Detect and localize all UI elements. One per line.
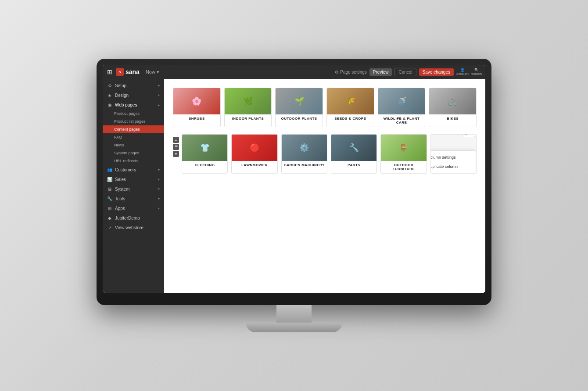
sidebar-item-system[interactable]: 🖥 System ▾ xyxy=(103,184,164,194)
submenu-product-pages[interactable]: Product pages xyxy=(103,110,164,117)
sidebar-item-apps[interactable]: ⊞ Apps ▾ xyxy=(103,203,164,213)
indoor-plants-image: 🌿 xyxy=(225,88,272,114)
product-card-clothing[interactable]: 👕 CLOTHING xyxy=(182,134,228,174)
page-settings-button[interactable]: ⚙ Page settings xyxy=(335,70,367,75)
search-button[interactable]: 🔍 search xyxy=(471,68,482,76)
product-card-outdoor-furniture[interactable]: 🪑 OUTDOOR FURNITURE xyxy=(380,134,427,174)
bikes-label: BIKES xyxy=(429,114,476,123)
submenu-content-pages[interactable]: Content pages xyxy=(103,125,164,133)
product-card-garden-machinery[interactable]: ⚙️ GARDEN MACHINERY xyxy=(281,134,327,174)
product-card-parts[interactable]: 🔧 PARTS xyxy=(331,134,377,174)
sidebar-item-setup[interactable]: ⚙ Setup ▾ xyxy=(103,81,164,90)
product-card-indoor-plants[interactable]: 🌿 INDOOR PLANTS xyxy=(224,88,272,127)
context-menu-delete-column[interactable]: 🗑️ Delete column xyxy=(430,171,476,174)
parts-image: 🔧 xyxy=(331,135,376,161)
now-chevron: ▾ xyxy=(157,69,159,75)
sidebar-label-design: Design xyxy=(115,93,129,98)
preview-button[interactable]: Preview xyxy=(369,68,392,76)
sidebar-label-apps: Apps xyxy=(115,206,125,211)
product-card-lawnmower[interactable]: 🔴 LAWNMOWER xyxy=(231,134,277,174)
sidebar-label-customers: Customers xyxy=(115,167,136,172)
grid-icon[interactable]: ⊞ xyxy=(106,68,113,76)
outdoor-furniture-image: 🪑 xyxy=(381,135,426,161)
product-card-shrubs[interactable]: 🌸 SHRUBS xyxy=(173,88,221,127)
bikes-image: 🚲 xyxy=(429,88,476,114)
chevron-apps: ▾ xyxy=(158,206,160,210)
column-settings-label: Column settings xyxy=(430,155,456,160)
chevron-system: ▾ xyxy=(158,187,160,191)
shrubs-image: 🌸 xyxy=(173,88,220,114)
seeds-crops-label: SEEDS & CROPS xyxy=(327,114,374,123)
sidebar-label-tools: Tools xyxy=(115,196,125,201)
jupiter-icon: ◆ xyxy=(107,215,112,220)
col-settings-gear-button[interactable]: ⚙ xyxy=(464,134,468,136)
submenu-news[interactable]: News xyxy=(103,141,164,149)
submenu-faq[interactable]: FAQ xyxy=(103,133,164,141)
now-button[interactable]: Now ▾ xyxy=(146,69,159,75)
parts-label: PARTS xyxy=(331,161,376,169)
duplicate-column-label: Duplicate column xyxy=(430,164,458,169)
outdoor-furniture-label: OUTDOOR FURNITURE xyxy=(381,161,426,173)
customers-icon: 👥 xyxy=(107,167,112,172)
context-menu-column-settings[interactable]: ✏️ Column settings xyxy=(430,153,476,162)
row-controls: ▴ ☰ ▾ xyxy=(173,134,179,157)
product-card-wildlife[interactable]: 🚿 WILDLIFE & PLANT CARE xyxy=(378,88,426,127)
submenu-product-list-pages[interactable]: Product list pages xyxy=(103,117,164,125)
web-pages-icon: ◉ xyxy=(107,102,112,107)
lawnmower-image: 🔴 xyxy=(232,135,277,161)
sana-logo-icon: s xyxy=(116,68,124,76)
row-down-button[interactable]: ▾ xyxy=(173,151,179,157)
sidebar-item-view-webstore[interactable]: ↗ View webstore xyxy=(103,223,164,232)
product-card-empty[interactable]: ⚙ ✏ ✏️ Column settings xyxy=(430,134,477,174)
submenu-system-pages[interactable]: System pages xyxy=(103,149,164,157)
sidebar-item-design[interactable]: ◈ Design ▾ xyxy=(103,90,164,100)
cancel-button[interactable]: Cancel xyxy=(394,68,416,76)
chevron-design: ▾ xyxy=(158,93,160,97)
outdoor-plants-label: OUTDOOR PLANTS xyxy=(276,114,323,123)
garden-machinery-label: GARDEN MACHINERY xyxy=(282,161,327,169)
product-card-outdoor-plants[interactable]: 🌱 OUTDOOR PLANTS xyxy=(275,88,323,127)
indoor-plants-label: INDOOR PLANTS xyxy=(225,114,272,123)
top-bar: ⊞ s sana Now ▾ ⚙ Page settings xyxy=(103,65,485,79)
sidebar-item-jupiter-demo[interactable]: ◆ JupiterDemo xyxy=(103,213,164,223)
sidebar-label-view-webstore: View webstore xyxy=(115,225,143,230)
row-up-button[interactable]: ▴ xyxy=(173,137,179,143)
now-label: Now xyxy=(146,69,155,75)
row2-wrapper: ▴ ☰ ▾ 👕 CLOTHING xyxy=(173,134,477,174)
sidebar-label-system: System xyxy=(115,187,129,192)
logo: s sana xyxy=(116,68,140,76)
sidebar-item-sales[interactable]: 📊 Sales ▾ xyxy=(103,174,164,184)
sidebar-item-web-pages[interactable]: ◉ Web pages ▴ xyxy=(103,100,164,110)
product-grid-row1: 🌸 SHRUBS 🌿 INDOOR PLANTS 🌱 OUTDOOR PLANT… xyxy=(173,88,477,127)
product-card-seeds-crops[interactable]: 🌾 SEEDS & CROPS xyxy=(326,88,374,127)
gear-icon: ⚙ xyxy=(335,70,339,75)
tools-icon: 🔧 xyxy=(107,196,112,201)
chevron-setup: ▾ xyxy=(158,84,160,88)
chevron-tools: ▾ xyxy=(158,197,160,201)
search-label: search xyxy=(471,72,482,76)
monitor-stand-base xyxy=(246,323,342,332)
account-label: account xyxy=(456,72,469,76)
sidebar-item-tools[interactable]: 🔧 Tools ▾ xyxy=(103,194,164,203)
system-icon: 🖥 xyxy=(107,186,112,192)
main-content: ⚙ Setup ▾ ◈ Design ▾ xyxy=(103,79,485,293)
submenu-url-redirects[interactable]: URL redirects xyxy=(103,157,164,165)
shrubs-label: SHRUBS xyxy=(173,114,220,123)
garden-machinery-image: ⚙️ xyxy=(282,135,327,161)
save-button[interactable]: Save changes xyxy=(419,68,454,76)
row-settings-button[interactable]: ☰ xyxy=(173,144,179,150)
view-webstore-icon: ↗ xyxy=(107,225,112,230)
col-edit-button[interactable]: ✏ xyxy=(469,134,473,136)
context-menu-duplicate-column[interactable]: 📋 Duplicate column xyxy=(430,162,476,171)
clothing-image: 👕 xyxy=(182,135,227,161)
sidebar-label-setup: Setup xyxy=(115,83,126,88)
product-card-bikes[interactable]: 🚲 BIKES xyxy=(429,88,477,127)
sidebar-item-customers[interactable]: 👥 Customers ▾ xyxy=(103,165,164,174)
context-menu: ✏️ Column settings 📋 Duplicate column xyxy=(430,150,476,174)
wildlife-label: WILDLIFE & PLANT CARE xyxy=(378,114,425,127)
account-button[interactable]: 👤 account xyxy=(456,68,469,76)
sidebar-label-web-pages: Web pages xyxy=(115,103,137,107)
chevron-sales: ▾ xyxy=(158,178,160,181)
outdoor-plants-image: 🌱 xyxy=(276,88,323,114)
sales-icon: 📊 xyxy=(107,177,112,182)
